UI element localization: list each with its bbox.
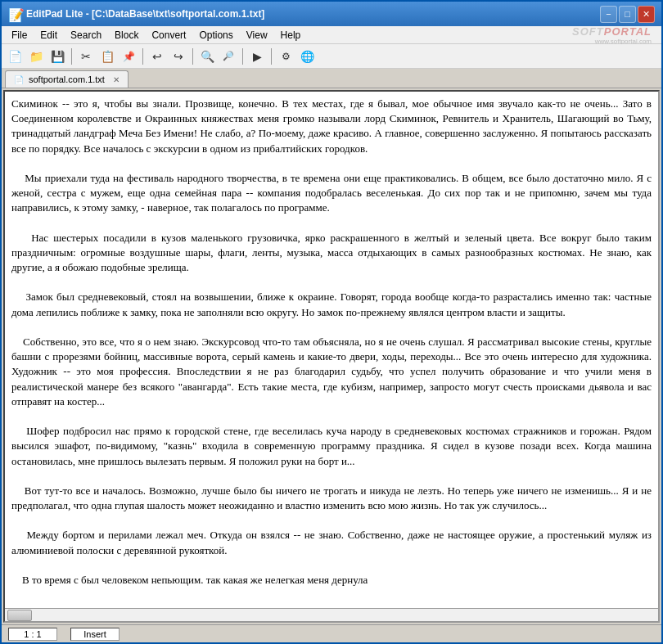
open-button[interactable]: 📁: [26, 47, 46, 66]
app-icon: 📝: [8, 7, 21, 20]
new-button[interactable]: 📄: [5, 47, 25, 66]
menu-help[interactable]: Help: [274, 27, 308, 43]
menu-view[interactable]: View: [240, 27, 274, 43]
find-next-button[interactable]: 🔎: [219, 47, 238, 66]
menu-options[interactable]: Options: [192, 27, 239, 43]
minimize-button[interactable]: −: [600, 6, 617, 23]
menu-bar: File Edit Search Block Convert Options V…: [2, 26, 661, 44]
settings-button[interactable]: ⚙: [276, 47, 295, 66]
save-button[interactable]: 💾: [47, 47, 67, 66]
logo-text: SOFTPORTAL: [572, 25, 652, 38]
tab-file[interactable]: 📄 softportal.com.1.txt ✕: [5, 70, 129, 88]
tab-close-button[interactable]: ✕: [113, 75, 120, 84]
title-bar-buttons: − □ ✕: [600, 6, 655, 23]
cursor-position: 1 : 1: [8, 628, 57, 641]
insert-mode: Insert: [70, 628, 120, 641]
paste-button[interactable]: 📌: [119, 47, 138, 66]
internet-button[interactable]: 🌐: [297, 47, 317, 66]
copy-button[interactable]: 📋: [97, 47, 117, 66]
undo-button[interactable]: ↩: [147, 47, 167, 66]
sep4: [242, 48, 243, 65]
menu-convert[interactable]: Convert: [145, 27, 192, 43]
editor-container: [3, 90, 660, 623]
close-button[interactable]: ✕: [638, 6, 655, 23]
tab-file-icon: 📄: [14, 75, 24, 84]
maximize-button[interactable]: □: [619, 6, 636, 23]
run-button[interactable]: ▶: [247, 47, 267, 66]
logo-area: SOFTPORTAL www.softportal.com: [572, 25, 658, 45]
sep5: [271, 48, 272, 65]
sep1: [71, 48, 72, 65]
horizontal-scrollbar[interactable]: [5, 608, 658, 621]
title-bar: 📝 EditPad Lite - [C:\DataBase\txt\softpo…: [2, 2, 661, 26]
redo-button[interactable]: ↪: [169, 47, 188, 66]
menu-search[interactable]: Search: [64, 27, 108, 43]
content-area: [2, 88, 661, 624]
main-window: 📝 EditPad Lite - [C:\DataBase\txt\softpo…: [0, 0, 663, 644]
horizontal-scrollbar-thumb[interactable]: [7, 610, 32, 621]
menu-file[interactable]: File: [5, 27, 34, 43]
toolbar: 📄 📁 💾 ✂ 📋 📌 ↩ ↪ 🔍 🔎 ▶ ⚙ 🌐: [2, 44, 661, 69]
title-bar-text: EditPad Lite - [C:\DataBase\txt\softport…: [26, 8, 595, 20]
tab-bar: 📄 softportal.com.1.txt ✕: [2, 69, 661, 88]
tab-file-label: softportal.com.1.txt: [29, 74, 105, 84]
status-bar: 1 : 1 Insert: [2, 624, 661, 642]
menu-block[interactable]: Block: [108, 27, 145, 43]
sep2: [142, 48, 143, 65]
menu-edit[interactable]: Edit: [34, 27, 64, 43]
sep3: [192, 48, 193, 65]
editor-textarea[interactable]: [5, 92, 658, 608]
editor-scroll: [5, 92, 658, 608]
cut-button[interactable]: ✂: [76, 47, 96, 66]
find-button[interactable]: 🔍: [197, 47, 217, 66]
